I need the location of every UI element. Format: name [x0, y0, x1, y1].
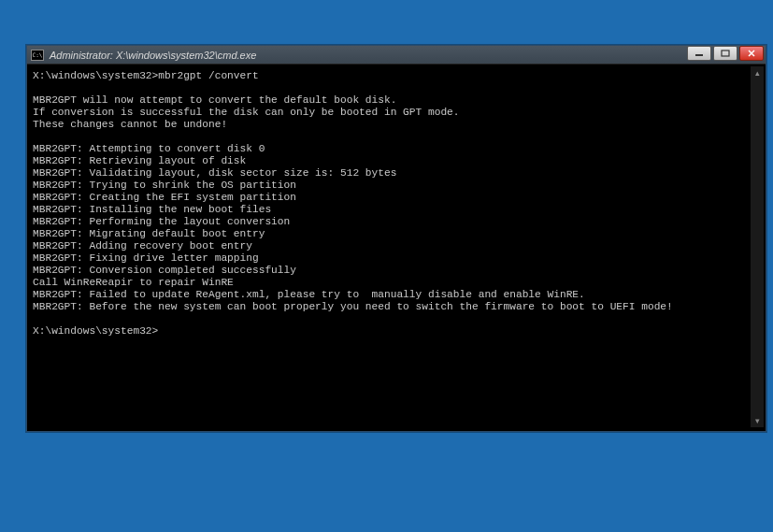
svg-rect-1: [722, 50, 729, 56]
close-button[interactable]: [739, 46, 764, 61]
window-title: Administrator: X:\windows\system32\cmd.e…: [50, 50, 256, 61]
scroll-down-icon[interactable]: ▾: [755, 414, 760, 427]
scroll-up-icon[interactable]: ▴: [755, 66, 760, 79]
titlebar[interactable]: C:\ Administrator: X:\windows\system32\c…: [27, 46, 766, 65]
window-controls: [687, 46, 764, 61]
cmd-window: C:\ Administrator: X:\windows\system32\c…: [26, 45, 766, 432]
svg-rect-0: [695, 54, 703, 56]
terminal-content: X:\windows\system32>mbr2gpt /convert MBR…: [31, 66, 751, 341]
scrollbar[interactable]: ▴ ▾: [751, 66, 764, 427]
terminal-area[interactable]: X:\windows\system32>mbr2gpt /convert MBR…: [31, 66, 751, 427]
minimize-button[interactable]: [687, 46, 711, 61]
maximize-button[interactable]: [713, 46, 737, 61]
cmd-icon: C:\: [31, 50, 44, 61]
